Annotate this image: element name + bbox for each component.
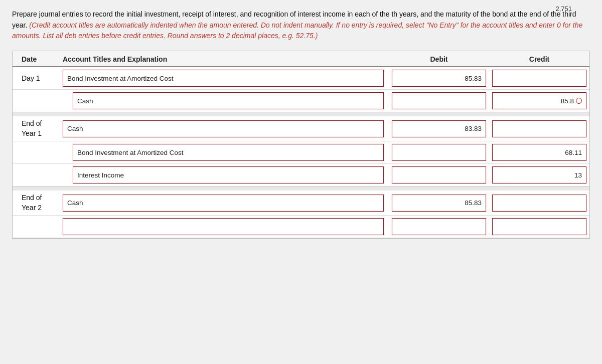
debit-input-empty-year2[interactable] [392, 218, 486, 235]
section-year1: End ofYear 1 [13, 116, 589, 187]
table-row: Day 1 [13, 67, 589, 90]
credit-display-interest-year1: 13 [492, 166, 586, 184]
instructions-text: Prepare journal entries to record the in… [12, 9, 584, 42]
debit-cell[interactable] [389, 195, 489, 212]
debit-input-bond-year1[interactable] [392, 144, 486, 161]
credit-cell: 13 [489, 166, 589, 184]
credit-input-cash-year1[interactable] [492, 120, 586, 137]
debit-cell[interactable] [389, 144, 489, 161]
debit-cell[interactable] [389, 166, 489, 184]
credit-cell[interactable] [489, 120, 589, 137]
account-cell[interactable] [63, 70, 389, 87]
account-input-bond-day1[interactable] [63, 70, 384, 87]
table-row: 68.11 [13, 141, 589, 164]
debit-input-interest-year1[interactable] [392, 166, 486, 184]
account-input-cash-day1[interactable] [73, 92, 384, 109]
table-row: 13 [13, 164, 589, 186]
journal-table: Date Account Titles and Explanation Debi… [12, 51, 590, 239]
header-account: Account Titles and Explanation [63, 55, 389, 63]
account-cell[interactable] [63, 218, 389, 235]
debit-input-cash-year2[interactable] [392, 195, 486, 212]
credit-value-interest-year1: 13 [574, 171, 582, 179]
account-input-empty-year2[interactable] [63, 218, 384, 235]
section-divider-2 [13, 187, 589, 191]
section-divider [13, 112, 589, 116]
credit-input-empty-year2[interactable] [492, 218, 586, 235]
date-year2: End ofYear 2 [13, 193, 63, 213]
header-debit: Debit [389, 55, 489, 63]
date-day1: Day 1 [13, 74, 63, 83]
top-right-number: 2,751 [555, 5, 572, 13]
credit-cell[interactable] [489, 218, 589, 235]
credit-display-cash-day1: 85.8 [492, 92, 586, 109]
debit-input-cash-day1[interactable] [392, 92, 486, 109]
debit-input-cash-year1[interactable] [392, 120, 486, 137]
account-input-cash-year1[interactable] [63, 120, 384, 137]
debit-cell[interactable] [389, 218, 489, 235]
credit-icon [576, 98, 582, 104]
debit-cell[interactable] [389, 70, 489, 87]
table-row: End ofYear 1 [13, 116, 589, 141]
credit-value-cash-day1: 85.8 [561, 97, 574, 105]
credit-cell: 85.8 [489, 92, 589, 109]
credit-cell: 68.11 [489, 144, 589, 161]
section-year2: End ofYear 2 [13, 191, 589, 238]
table-row: 85.8 [13, 90, 589, 112]
header-date: Date [13, 55, 63, 63]
credit-cell[interactable] [489, 195, 589, 212]
instruction-italic: (Credit account titles are automatically… [12, 21, 582, 40]
debit-cell[interactable] [389, 92, 489, 109]
account-input-cash-year2[interactable] [63, 195, 384, 212]
header-credit: Credit [489, 55, 589, 63]
table-row: End ofYear 2 [13, 191, 589, 216]
debit-input-bond-day1[interactable] [392, 70, 486, 87]
credit-cell[interactable] [489, 70, 589, 87]
account-cell[interactable] [63, 92, 389, 109]
credit-value-bond-year1: 68.11 [565, 149, 582, 156]
section-day1: Day 1 [13, 67, 589, 112]
account-cell[interactable] [63, 195, 389, 212]
account-cell[interactable] [63, 120, 389, 137]
date-year1: End ofYear 1 [13, 119, 63, 138]
account-input-bond-year1[interactable] [73, 144, 384, 161]
account-cell[interactable] [63, 166, 389, 184]
credit-input-cash-year2[interactable] [492, 195, 586, 212]
instruction-line1: Prepare journal entries to record the in… [12, 10, 397, 18]
credit-input-bond-day1[interactable] [492, 70, 586, 87]
table-row [13, 216, 589, 238]
account-cell[interactable] [63, 144, 389, 161]
table-header: Date Account Titles and Explanation Debi… [13, 51, 589, 67]
debit-cell[interactable] [389, 120, 489, 137]
account-input-interest-year1[interactable] [73, 166, 384, 184]
credit-display-bond-year1: 68.11 [492, 144, 586, 161]
